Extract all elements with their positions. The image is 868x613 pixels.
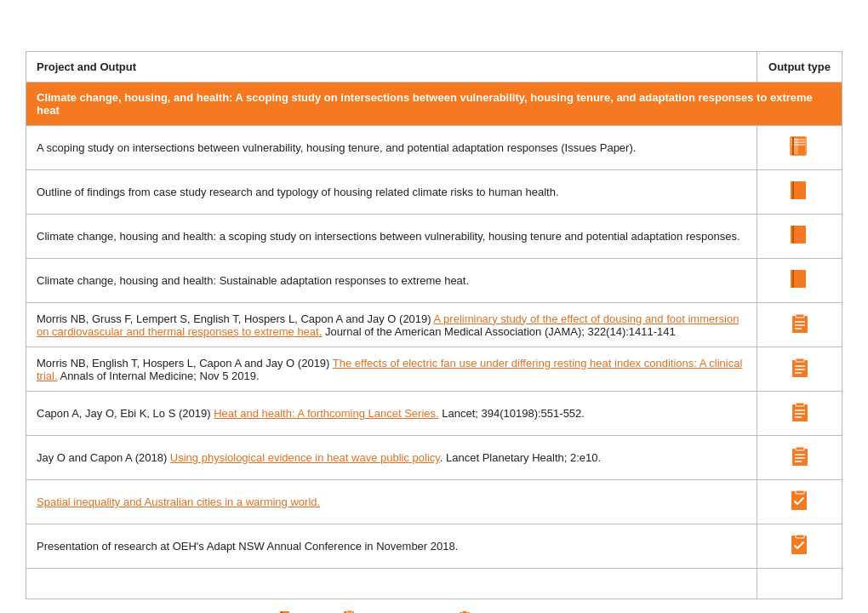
- row-2-icon-cell: [757, 170, 842, 215]
- row-5-link[interactable]: A preliminary study of the effect of dou…: [37, 312, 739, 338]
- book-icon: [788, 223, 812, 247]
- clipboard-icon: [788, 356, 812, 380]
- svg-rect-8: [792, 181, 794, 199]
- row-9-text: Spatial inequality and Australian cities…: [26, 480, 757, 524]
- row-5-icon-cell: [757, 303, 842, 347]
- row-7-text: Capon A, Jay O, Ebi K, Lo S (2019) Heat …: [26, 392, 757, 436]
- svg-rect-10: [792, 226, 794, 243]
- empty-icon-cell: [757, 569, 842, 599]
- row-9-icon-cell: [757, 480, 842, 524]
- row-1-icon-cell: [757, 126, 842, 170]
- row-2-text: Outline of findings from case study rese…: [26, 170, 757, 215]
- svg-rect-23: [792, 404, 808, 421]
- footer: Updated 17 Dec 2020. Links provided wher…: [26, 610, 842, 613]
- row-10-icon-cell: [757, 524, 842, 569]
- output-table: Project and Output Output type Climate c…: [26, 51, 842, 599]
- table-row: Capon A, Jay O, Ebi K, Lo S (2019) Heat …: [26, 392, 842, 436]
- book-icon: [788, 135, 812, 158]
- row-3-icon-cell: [757, 215, 842, 259]
- empty-cell: [26, 569, 757, 599]
- row-5-text: Morris NB, Gruss F, Lempert S, English T…: [26, 303, 757, 347]
- row-6-link[interactable]: The effects of electric fan use under di…: [37, 357, 742, 382]
- svg-rect-13: [792, 316, 808, 333]
- row-8-link[interactable]: Using physiological evidence in heat wav…: [170, 451, 440, 464]
- svg-rect-28: [792, 449, 808, 466]
- row-7-link[interactable]: Heat and health: A forthcoming Lancet Se…: [214, 407, 439, 420]
- clipboard-icon: [788, 444, 812, 468]
- svg-rect-34: [796, 490, 804, 494]
- svg-rect-14: [796, 314, 804, 318]
- row-6-icon-cell: [757, 347, 842, 392]
- row-4-icon-cell: [757, 259, 842, 303]
- svg-rect-12: [792, 270, 794, 288]
- table-row: Presentation of research at OEH's Adapt …: [26, 524, 842, 569]
- row-1-text: A scoping study on intersections between…: [26, 126, 757, 170]
- svg-rect-19: [796, 358, 804, 362]
- checklist-icon: [788, 533, 812, 557]
- main-container: Project and Output Output type Climate c…: [26, 51, 842, 613]
- table-row: Climate change, housing and health: Sust…: [26, 259, 842, 303]
- row-7-icon-cell: [757, 392, 842, 436]
- row-8-icon-cell: [757, 436, 842, 480]
- table-row: A scoping study on intersections between…: [26, 126, 842, 170]
- svg-rect-29: [796, 447, 804, 450]
- row-4-text: Climate change, housing and health: Sust…: [26, 259, 757, 303]
- col2-header: Output type: [757, 52, 842, 83]
- svg-rect-36: [796, 535, 804, 538]
- svg-rect-6: [792, 137, 794, 155]
- clipboard-icon: [788, 312, 812, 335]
- row-3-text: Climate change, housing and health: a sc…: [26, 215, 757, 259]
- book-icon: [788, 267, 812, 291]
- row-9-link[interactable]: Spatial inequality and Australian cities…: [37, 496, 320, 508]
- footer-checklist-icon: [342, 610, 357, 613]
- footer-tv-icon: [402, 610, 417, 613]
- table-row: Outline of findings from case study rese…: [26, 170, 842, 215]
- svg-rect-24: [796, 403, 804, 406]
- project-header-row: Climate change, housing, and health: A s…: [26, 83, 842, 126]
- table-row-empty: [26, 569, 842, 599]
- svg-rect-18: [792, 360, 808, 377]
- row-6-text: Morris NB, English T, Hospers L, Capon A…: [26, 347, 757, 392]
- row-8-text: Jay O and Capon A (2018) Using physiolog…: [26, 436, 757, 480]
- book-icon: [788, 179, 812, 203]
- table-row: Morris NB, Gruss F, Lempert S, English T…: [26, 303, 842, 347]
- footer-book-icon: [278, 610, 294, 613]
- clipboard-icon: [788, 400, 812, 424]
- project-title: Climate change, housing, and health: A s…: [26, 83, 842, 126]
- row-10-text: Presentation of research at OEH's Adapt …: [26, 524, 757, 569]
- table-row: Jay O and Capon A (2018) Using physiolog…: [26, 436, 842, 480]
- col1-header: Project and Output: [26, 52, 757, 83]
- table-row: Morris NB, English T, Hospers L, Capon A…: [26, 347, 842, 392]
- checklist-icon: [788, 489, 812, 513]
- table-row: Spatial inequality and Australian cities…: [26, 480, 842, 524]
- footer-clipboard-icon: [458, 610, 473, 613]
- table-row: Climate change, housing and health: a sc…: [26, 215, 842, 259]
